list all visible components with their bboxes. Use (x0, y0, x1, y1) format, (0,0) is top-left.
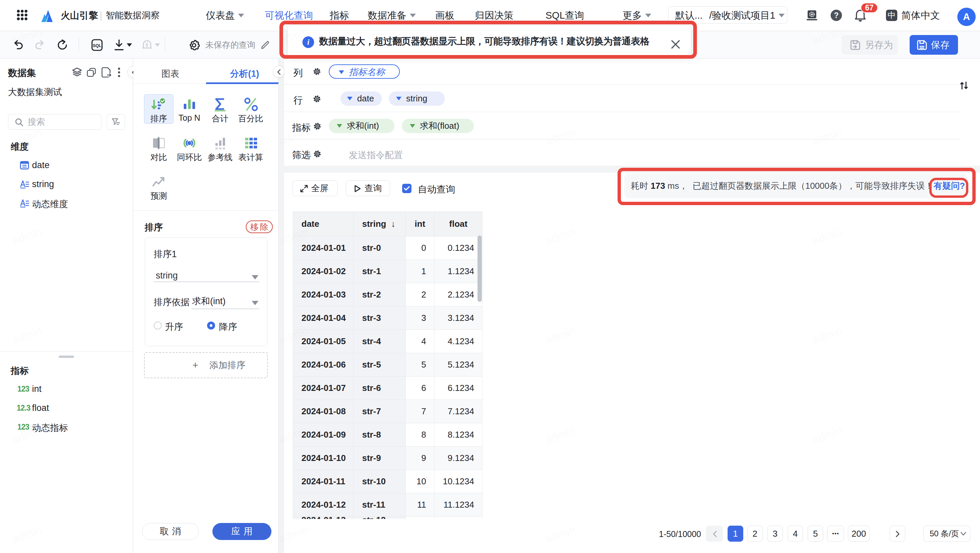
svg-text:SQL: SQL (93, 43, 101, 48)
svg-text:?: ? (834, 11, 838, 20)
